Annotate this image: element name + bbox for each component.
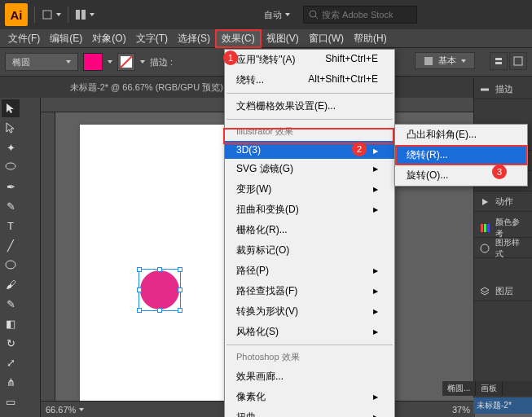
curvature-tool[interactable]: ✎ [2, 197, 20, 215]
menu-pathfinder[interactable]: 路径查找器(F) [225, 281, 394, 301]
free-transform-tool[interactable]: ▭ [2, 393, 20, 410]
handle-tr[interactable] [178, 267, 182, 272]
graphic-style-dropdown[interactable]: 基本 [415, 52, 475, 69]
workspace-dropdown[interactable] [42, 9, 61, 20]
menu-file[interactable]: 文件(F) [3, 29, 45, 48]
annotation-badge-1: 1 [223, 50, 238, 65]
handle-bc[interactable] [157, 308, 162, 313]
app-logo: Ai [5, 3, 28, 26]
submenu-extrude[interactable]: 凸出和斜角(E)... [395, 125, 527, 145]
handle-br[interactable] [178, 308, 182, 313]
svg-rect-18 [481, 224, 483, 232]
ellipse-tool[interactable] [2, 256, 20, 274]
bridge-icon [42, 9, 53, 20]
fill-dropdown-icon[interactable] [108, 60, 112, 64]
options-extra [490, 52, 527, 70]
shaper-tool[interactable]: ✎ [2, 295, 20, 313]
stroke-dropdown-icon[interactable] [140, 60, 145, 64]
menu-bar: 文件(F) 编辑(E) 对象(O) 文字(T) 选择(S) 效果(C) 视图(V… [0, 29, 532, 47]
lasso-tool[interactable] [2, 158, 20, 176]
menu-edit[interactable]: 编辑(E) [45, 29, 87, 48]
fill-swatch[interactable] [83, 53, 103, 71]
document-tab[interactable]: 未标题-2* @ 66.67% (RGB/GPU 预览) [70, 81, 223, 94]
pen-tool[interactable]: ✒ [2, 178, 20, 195]
menu-distort-ps[interactable]: 扭曲 [225, 407, 394, 417]
paintbrush-tool[interactable]: 🖌 [2, 275, 20, 293]
handle-tc[interactable] [157, 267, 162, 272]
type-tool[interactable]: T [2, 217, 20, 235]
handle-bl[interactable] [137, 308, 142, 313]
toolbox: ✦ ✒ ✎ T ╱ 🖌 ✎ ◧ ↻ ⤢ ⋔ ▭ ◕ ▦ ▦ ▥ ✐ ◉ ✲ ▮ … [0, 98, 41, 417]
menu-view[interactable]: 视图(V) [262, 29, 304, 48]
panel-graphic-styles[interactable]: 图形样式 [474, 239, 532, 258]
panel-stroke[interactable]: 描边 [474, 80, 532, 99]
menu-pixelate[interactable]: 像素化 [225, 387, 394, 407]
search-placeholder: 搜索 Adobe Stock [322, 9, 393, 21]
arrange-dropdown[interactable] [75, 9, 95, 20]
submenu-rotate[interactable]: 旋转(O)... [395, 165, 527, 186]
menu-3d[interactable]: 3D(3) [225, 141, 394, 159]
menu-select[interactable]: 选择(S) [173, 29, 215, 48]
arrange-icon [75, 9, 86, 20]
handle-ml[interactable] [137, 288, 142, 292]
menu-crop-marks[interactable]: 裁剪标记(O) [225, 240, 394, 261]
menu-window[interactable]: 窗口(W) [304, 29, 349, 48]
line-tool[interactable]: ╱ [2, 236, 20, 254]
menu-convert-shape[interactable]: 转换为形状(V) [225, 301, 394, 322]
menu-object[interactable]: 对象(O) [87, 29, 130, 48]
svg-rect-1 [76, 10, 80, 20]
shape-builder-tool[interactable]: ◕ [2, 412, 20, 417]
submenu-revolve[interactable]: 绕转(R)... [395, 145, 527, 165]
svg-rect-9 [495, 62, 502, 64]
3d-submenu: 凸出和斜角(E)... 绕转(R)... 旋转(O)... [394, 124, 528, 187]
menu-effect[interactable]: 效果(C) [215, 29, 262, 48]
width-tool[interactable]: ⋔ [2, 373, 20, 391]
transform-dropdown[interactable] [509, 52, 527, 70]
separator [34, 7, 35, 23]
menu-doc-raster[interactable]: 文档栅格效果设置(E)... [225, 96, 394, 116]
svg-point-12 [6, 261, 15, 269]
direct-selection-tool[interactable] [2, 119, 20, 137]
search-icon [309, 10, 319, 20]
panel-tab-artboard[interactable]: 画板 [476, 381, 503, 396]
menu-distort[interactable]: 扭曲和变换(D) [225, 200, 394, 220]
rotate-tool[interactable]: ↻ [2, 334, 20, 352]
style-icon [424, 56, 433, 66]
panel-tab-shape[interactable]: 椭圆... [442, 381, 476, 396]
menu-header-illustrator: Illustrator 效果 [225, 122, 394, 141]
panel-layers[interactable]: 图层 [474, 282, 532, 301]
bounding-box [138, 269, 181, 311]
scale-tool[interactable]: ⤢ [2, 353, 20, 371]
mini-doc-tab[interactable]: 未标题-2* [473, 397, 532, 414]
separator [68, 7, 68, 23]
menu-last-settings[interactable]: 绕转...Alt+Shift+Ctrl+E [225, 70, 394, 90]
panel-color-guide[interactable]: 颜色参考 [474, 218, 532, 238]
menu-rasterize[interactable]: 栅格化(R)... [225, 220, 394, 240]
menu-warp[interactable]: 变形(W) [225, 179, 394, 200]
handle-mr[interactable] [178, 288, 182, 292]
svg-point-11 [6, 163, 15, 169]
menu-path[interactable]: 路径(P) [225, 261, 394, 281]
handle-tl[interactable] [137, 267, 142, 272]
menu-effect-gallery[interactable]: 效果画廊... [225, 367, 394, 387]
eraser-tool[interactable]: ◧ [2, 314, 20, 332]
gpu-auto-dropdown[interactable]: 自动 [264, 9, 290, 21]
stock-search[interactable]: 搜索 Adobe Stock [303, 6, 417, 24]
panel-action[interactable]: 动作 [474, 192, 532, 212]
align-dropdown[interactable] [490, 52, 508, 70]
selected-ellipse[interactable] [135, 266, 184, 314]
selection-tool[interactable] [2, 99, 20, 117]
zoom-level[interactable]: 66.67% [46, 405, 76, 415]
bottom-panel-tabs: 椭圆... 画板 [442, 381, 532, 396]
magic-wand-tool[interactable]: ✦ [2, 138, 20, 156]
zoom-dropdown-icon[interactable] [79, 408, 84, 411]
menu-svg-filter[interactable]: SVG 滤镜(G) [225, 159, 394, 179]
menu-apply-last[interactable]: 应用"绕转"(A)Shift+Ctrl+E [225, 50, 394, 70]
menu-stylize[interactable]: 风格化(S) [225, 322, 394, 342]
svg-rect-19 [484, 224, 486, 232]
menu-help[interactable]: 帮助(H) [349, 29, 392, 48]
shape-name-dropdown[interactable]: 椭圆 [5, 53, 78, 71]
menu-header-photoshop: Photoshop 效果 [225, 348, 394, 367]
menu-type[interactable]: 文字(T) [131, 29, 173, 48]
stroke-swatch[interactable] [117, 53, 135, 71]
